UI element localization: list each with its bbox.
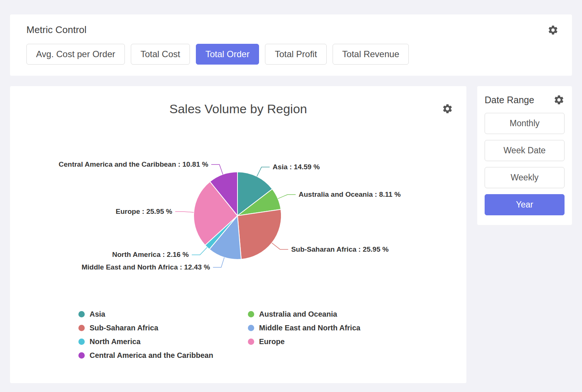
legend-item-sub-saharan-africa[interactable]: Sub-Saharan Africa (78, 324, 248, 332)
pie-label-line-sub-saharan-africa (272, 243, 288, 249)
pie-label-line-north-america (192, 247, 207, 255)
range-button-weekly[interactable]: Weekly (485, 167, 565, 188)
chart-legend: AsiaAustralia and OceaniaSub-Saharan Afr… (78, 310, 466, 360)
range-button-year[interactable]: Year (485, 194, 565, 215)
metric-control-header: Metric Control (26, 24, 559, 36)
pie-label-line-central-america-and-the-caribbean (211, 164, 223, 174)
date-range-header: Date Range (485, 94, 565, 105)
legend-label: North America (90, 337, 140, 346)
sales-pie-chart: Asia : 14.59 %Australia and Oceania : 8.… (10, 118, 466, 304)
legend-label: Europe (259, 337, 285, 346)
chart-title: Sales Volume by Region (10, 86, 466, 116)
legend-label: Central America and the Caribbean (90, 351, 213, 360)
pie-label-line-australia-and-oceania (278, 195, 296, 199)
legend-dot (78, 352, 85, 359)
legend-dot (78, 325, 85, 331)
chart-settings-button[interactable] (442, 103, 453, 114)
date-range-buttons-group: MonthlyWeek DateWeeklyYear (485, 113, 565, 215)
date-range-card: Date Range MonthlyWeek DateWeeklyYear (477, 86, 572, 225)
metric-buttons-group: Avg. Cost per OrderTotal CostTotal Order… (26, 44, 559, 65)
legend-label: Asia (90, 310, 105, 318)
legend-item-australia-and-oceania[interactable]: Australia and Oceania (248, 310, 466, 318)
date-range-title: Date Range (485, 95, 534, 105)
legend-item-middle-east-and-north-africa[interactable]: Middle East and North Africa (248, 324, 466, 332)
legend-item-north-america[interactable]: North America (78, 337, 248, 346)
legend-label: Australia and Oceania (259, 310, 337, 318)
metric-button-avg-cost-per-order[interactable]: Avg. Cost per Order (26, 44, 125, 65)
metric-button-total-order[interactable]: Total Order (196, 44, 259, 65)
pie-label-line-europe (175, 212, 194, 212)
chart-card: Sales Volume by Region Asia : 14.59 %Aus… (10, 86, 466, 383)
legend-item-central-america-and-the-caribbean[interactable]: Central America and the Caribbean (78, 351, 248, 360)
legend-item-europe[interactable]: Europe (248, 337, 466, 346)
gear-icon (442, 103, 453, 114)
pie-label-north-america: North America : 2.16 % (112, 251, 189, 258)
legend-dot (248, 339, 254, 345)
metric-button-total-revenue[interactable]: Total Revenue (333, 44, 409, 65)
range-button-monthly[interactable]: Monthly (485, 113, 565, 134)
metric-control-title: Metric Control (26, 24, 87, 36)
metric-control-settings-button[interactable] (547, 24, 559, 36)
metric-control-card: Metric Control Avg. Cost per OrderTotal … (10, 14, 572, 76)
pie-label-central-america-and-the-caribbean: Central America and the Caribbean : 10.8… (59, 160, 208, 168)
gear-icon (547, 24, 559, 36)
pie-slice-sub-saharan-africa[interactable] (237, 209, 281, 259)
gear-icon (553, 94, 565, 105)
pie-label-asia: Asia : 14.59 % (273, 163, 320, 171)
metric-button-total-cost[interactable]: Total Cost (131, 44, 190, 65)
pie-label-sub-saharan-africa: Sub-Saharan Africa : 25.95 % (291, 245, 388, 253)
range-button-week-date[interactable]: Week Date (485, 140, 565, 161)
legend-dot (78, 311, 85, 317)
pie-label-europe: Europe : 25.95 % (116, 208, 172, 215)
pie-label-line-middle-east-and-north-africa (213, 258, 224, 268)
legend-item-asia[interactable]: Asia (78, 310, 248, 318)
main-row: Sales Volume by Region Asia : 14.59 %Aus… (10, 86, 572, 383)
legend-dot (248, 311, 254, 317)
pie-label-middle-east-and-north-africa: Middle East and North Africa : 12.43 % (81, 263, 210, 271)
metric-button-total-profit[interactable]: Total Profit (265, 44, 326, 65)
pie-label-australia-and-oceania: Australia and Oceania : 8.11 % (299, 190, 401, 198)
legend-label: Sub-Saharan Africa (90, 324, 158, 332)
legend-dot (248, 325, 254, 331)
date-range-settings-button[interactable] (553, 94, 565, 105)
legend-dot (78, 339, 85, 345)
legend-label: Middle East and North Africa (259, 324, 360, 332)
pie-label-line-asia (257, 167, 269, 176)
